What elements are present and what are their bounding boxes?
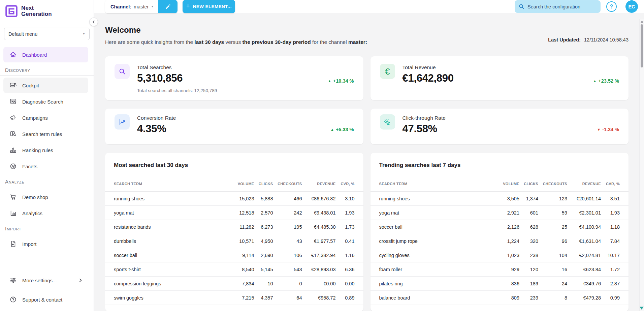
sidebar-item-dashboard[interactable]: Dashboard [3,47,88,62]
welcome-header: Welcome Here are some quick insights fro… [105,25,629,45]
table-row: dumbbells10,5714,95043€1,977.570.41 [105,234,363,248]
sidebar-item-diagnostic-search[interactable]: Diagnostic Search [3,94,88,109]
sidebar-item-ranking-rules[interactable]: Ranking rules [3,142,88,158]
sidebar-item-campaigns[interactable]: Campaigns [3,110,88,125]
search-term-cell: cycling gloves [379,253,490,258]
new-element-button[interactable]: + NEW ELEMENT... [183,0,235,13]
table-row: swim goggles7,2154,35764€958.720.89 [105,291,363,305]
sliders-icon [9,277,17,284]
channel-label: Channel: [110,4,131,9]
sidebar-item-facets[interactable]: Facets [3,159,88,174]
metric-cell: 15,023 [225,196,254,201]
search-input[interactable] [527,4,597,9]
avatar[interactable]: EC [625,0,638,13]
table-row: crossfit jump rope1,22432096€1,631.047.8… [371,234,629,248]
column-header: Search term [114,182,225,186]
plus-icon: + [186,3,190,10]
facets-icon [9,163,17,170]
sidebar-item-label: Import [22,241,37,247]
sidebar-item-label: Analytics [22,210,42,216]
metric-cell: 0.41 [336,238,355,244]
shopping-cart-icon [9,193,17,201]
sidebar-item-search-term-rules[interactable]: Search term rules [3,126,88,142]
sidebar-item-label: Ranking rules [22,147,53,153]
metric-cell: 96 [538,238,567,244]
sidebar-item-label: Campaigns [22,115,48,121]
sidebar-item-analytics[interactable]: Analytics [3,205,88,221]
sidebar-collapse-button[interactable] [89,18,98,26]
metric-cell: €1,977.57 [302,238,336,244]
kpi-value: 47.58% [402,123,446,135]
metric-cell: 64 [273,295,302,301]
metric-cell: 59 [538,210,567,216]
sidebar-item-cockpit[interactable]: Cockpit [3,78,88,93]
divider [0,187,94,187]
scrollbar-down-arrow[interactable] [640,307,644,310]
vertical-scrollbar[interactable] [639,19,644,311]
metric-cell: 24 [538,281,567,286]
edit-channel-button[interactable] [158,0,178,13]
metric-cell: 0 [273,281,302,286]
metric-cell: 5,888 [254,196,273,201]
metric-cell: €2,074.81 [567,253,601,258]
home-icon [9,51,17,58]
kpi-icon-tile: € [380,64,395,79]
search-term-cell: dumbbells [114,238,225,244]
metric-cell: 1.72 [601,267,620,272]
metric-cell: €86,676.82 [302,196,336,201]
search-term-cell: resistance bands [114,224,225,230]
megaphone-icon [9,114,17,121]
table-row: pilates ring83618924€349.762.87 [371,277,629,291]
table-row: running shoes3,5051,374123€20,601.143.51 [371,192,629,206]
channel-selector[interactable]: Channel: master ▼ [105,0,178,13]
metric-cell: 7,834 [225,281,254,286]
trending-searches-table: Trending searches last 7 days Search ter… [371,153,629,311]
configuration-search[interactable] [515,0,601,13]
menu-select[interactable]: Default menu ▼ [4,28,90,40]
sidebar-item-import[interactable]: Import [3,236,88,252]
kpi-delta-value: +5.33 % [336,127,354,132]
sidebar-footer: More settings... Support & contact [0,272,94,311]
kpi-card-total-revenue: € Total Revenue €1,642,890 ▲ +23.52 % [371,56,629,100]
book-search-icon [9,130,17,138]
chevron-down-icon: ▼ [83,32,85,35]
channel-dropdown[interactable]: Channel: master ▼ [105,0,158,13]
column-header: Revenue [302,182,336,186]
column-header: Checkouts [273,182,302,186]
brand-logo: Next Generation [0,3,94,18]
kpi-delta: ▲ +23.52 % [593,78,619,84]
kpi-value: 4.35% [137,123,176,135]
metric-cell: 106 [273,253,302,258]
metric-cell: 3.10 [336,196,355,201]
metric-cell: 2.87 [601,281,620,286]
sidebar-item-more-settings[interactable]: More settings... [3,273,88,288]
scrollbar-up-arrow[interactable] [641,21,643,23]
search-term-cell: yoga mat [114,210,225,216]
sidebar-item-support-contact[interactable]: Support & contact [3,292,88,307]
metric-cell: €958.72 [302,295,336,301]
metric-cell: 2,921 [490,210,519,216]
metric-cell: 10,571 [225,238,254,244]
table-row: foam roller92912016€623.841.72 [371,262,629,277]
kpi-title: Conversion Rate [137,115,176,121]
metric-cell: 7.84 [601,238,620,244]
metric-cell: 120 [519,267,538,272]
scrollbar-thumb[interactable] [641,24,643,67]
sidebar-item-label: Demo shop [22,194,48,200]
metric-cell: 8 [538,295,567,301]
triangle-down-icon: ▼ [597,128,601,132]
table-row: compression leggings7,834100€0.000.00 [105,277,363,291]
sidebar-item-demo-shop[interactable]: Demo shop [3,189,88,205]
kpi-cards: Total Searches 5,310,856 Total searches … [105,56,629,144]
table-row: yoga mat12,5182,570242€9,438.011.93 [105,206,363,220]
metric-cell: 1.93 [601,210,620,216]
metric-cell: 628 [519,224,538,230]
channel-value: master [134,4,149,9]
metric-cell: €9,438.01 [302,210,336,216]
subtitle-text: Here are some quick insights from the [105,39,194,45]
help-button[interactable]: ? [606,1,617,12]
search-term-cell: running shoes [114,196,225,201]
new-element-label: NEW ELEMENT... [193,4,232,9]
metric-cell: 5,145 [254,267,273,272]
kpi-delta: ▲ +5.33 % [330,127,354,132]
